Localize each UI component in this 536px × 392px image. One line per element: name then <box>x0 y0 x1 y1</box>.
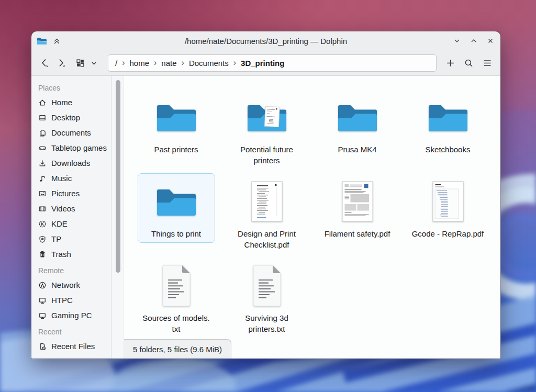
sidebar-item-label: Tabletop games <box>51 143 107 152</box>
minimize-button[interactable] <box>452 36 462 46</box>
documents-icon <box>38 129 47 137</box>
sidebar-item-tp[interactable]: ✱TP <box>31 231 111 247</box>
breadcrumb-segment-nate[interactable]: nate <box>161 59 176 68</box>
folder-icon <box>336 93 379 141</box>
file-item-inner: Gcode - RepRap.pdf <box>409 173 487 243</box>
sidebar-item-kde[interactable]: KKDE <box>31 216 111 231</box>
svg-text:K: K <box>41 221 44 227</box>
sidebar-item-music[interactable]: Music <box>31 171 111 186</box>
file-item-label: Design and PrintChecklist.pdf <box>238 228 296 250</box>
folder-icon <box>154 177 198 226</box>
file-item-inner: Surviving 3dprinters.txt <box>228 257 306 338</box>
sidebar-item-recent-files[interactable]: Recent Files <box>31 339 111 354</box>
network-icon <box>38 281 47 289</box>
double-chevron-up-icon[interactable] <box>52 36 61 46</box>
file-item-potential-future-printers[interactable]: Potential futureprinters <box>221 89 312 170</box>
breadcrumb-separator: › <box>182 59 184 67</box>
sidebar-item-documents[interactable]: Documents <box>31 125 111 140</box>
file-item-inner: Past printers <box>138 89 215 159</box>
breadcrumb-segment-home[interactable]: home <box>130 59 150 68</box>
film-icon <box>38 205 47 213</box>
file-item-label: Sketchbooks <box>426 144 471 155</box>
sidebar-item-videos[interactable]: Videos <box>31 201 111 216</box>
sidebar-item-label: HTPC <box>51 296 73 305</box>
places-panel: PlacesHomeDesktopDocumentsTabletop games… <box>31 76 111 359</box>
sidebar-item-tabletop-games[interactable]: Tabletop games <box>31 140 111 155</box>
forward-icon[interactable] <box>54 55 68 71</box>
file-item-prusa-mk4[interactable]: Prusa MK4 <box>312 89 403 170</box>
file-item-design-and-print-checklist-pdf[interactable]: Design and PrintChecklist.pdf <box>221 173 312 254</box>
gamepad-icon <box>38 144 47 152</box>
sidebar-section-places: Places <box>31 79 111 95</box>
places-scrollbar <box>111 76 124 359</box>
sidebar-item-label: Desktop <box>51 113 80 122</box>
desktop: { "window": { "title": "/home/nate/Docum… <box>0 0 536 392</box>
file-item-label: Gcode - RepRap.pdf <box>412 228 484 239</box>
folder-view[interactable]: Past printers Potential futureprinters P… <box>124 76 500 359</box>
file-item-surviving-3d-printers-txt[interactable]: Surviving 3dprinters.txt <box>221 257 312 338</box>
folder-with-document-icon <box>245 93 289 141</box>
status-bar: 5 folders, 5 files (9.6 MiB) <box>124 339 231 359</box>
toolbar: /›home›nate›Documents›3D_printing <box>31 50 500 76</box>
chevron-down-icon[interactable] <box>88 57 99 69</box>
kde-icon: K <box>38 220 47 228</box>
sidebar-item-trash[interactable]: Trash <box>31 247 111 262</box>
breadcrumb-segment-root[interactable]: / <box>115 59 117 68</box>
sidebar-item-desktop[interactable]: Desktop <box>31 110 111 125</box>
shield-icon: ✱ <box>38 235 47 243</box>
file-item-filament-safety-pdf[interactable]: Filament safety.pdf <box>312 173 403 254</box>
sidebar-item-htpc[interactable]: HTPC <box>31 293 111 308</box>
dolphin-window: /home/nate/Documents/3D_printing — Dolph… <box>31 31 500 359</box>
sidebar-item-downloads[interactable]: Downloads <box>31 155 111 171</box>
breadcrumb-separator: › <box>154 59 157 67</box>
sidebar-section-recent: Recent <box>31 323 111 339</box>
picture-icon <box>38 189 47 198</box>
hamburger-menu-icon[interactable] <box>481 56 494 70</box>
text-file-icon <box>159 262 194 310</box>
file-item-sketchbooks[interactable]: Sketchbooks <box>403 89 493 170</box>
titlebar[interactable]: /home/nate/Documents/3D_printing — Dolph… <box>31 31 500 50</box>
recent-file-icon <box>38 342 47 351</box>
file-item-label: Potential futureprinters <box>240 144 293 166</box>
sidebar-section-remote: Remote <box>31 262 111 277</box>
file-item-gcode-reprap-pdf[interactable]: Gcode - RepRap.pdf <box>403 173 493 254</box>
scrollbar-thumb[interactable] <box>116 80 120 273</box>
file-item-label: Things to print <box>151 228 201 239</box>
window-title: /home/nate/Documents/3D_printing — Dolph… <box>31 37 500 46</box>
folder-icon <box>426 93 470 141</box>
file-item-inner: Things to print <box>138 173 215 243</box>
sidebar-item-label: Trash <box>51 250 71 259</box>
desktop-icon <box>38 114 47 122</box>
monitor-icon <box>38 311 47 320</box>
file-item-label: Surviving 3dprinters.txt <box>245 312 288 334</box>
file-item-past-printers[interactable]: Past printers <box>131 89 221 170</box>
sidebar-item-pictures[interactable]: Pictures <box>31 186 111 201</box>
sidebar-item-network[interactable]: Network <box>31 277 111 293</box>
sidebar-item-home[interactable]: Home <box>31 95 111 110</box>
music-note-icon <box>38 174 47 183</box>
trash-icon <box>38 250 47 259</box>
breadcrumb-segment-documents[interactable]: Documents <box>189 59 229 68</box>
file-item-label: Prusa MK4 <box>338 144 376 155</box>
file-item-label: Filament safety.pdf <box>325 228 390 239</box>
sidebar-item-gaming-pc[interactable]: Gaming PC <box>31 308 111 323</box>
pdf-preview-icon <box>341 177 374 226</box>
maximize-button[interactable] <box>469 36 478 46</box>
breadcrumb-segment-3d-printing[interactable]: 3D_printing <box>241 59 284 68</box>
close-button[interactable] <box>486 36 495 46</box>
back-icon[interactable] <box>38 55 52 71</box>
main-area: PlacesHomeDesktopDocumentsTabletop games… <box>31 76 500 359</box>
file-item-things-to-print[interactable]: Things to print <box>131 173 221 254</box>
file-item-inner: Sources of models.txt <box>138 257 215 338</box>
split-add-icon[interactable] <box>444 56 457 70</box>
view-mode-grid-icon[interactable] <box>74 57 86 70</box>
sidebar-item-label: KDE <box>51 219 68 228</box>
svg-text:✱: ✱ <box>41 237 44 241</box>
pdf-preview-icon <box>431 177 465 226</box>
breadcrumb: /›home›nate›Documents›3D_printing <box>108 54 437 72</box>
sidebar-item-label: Videos <box>51 204 75 213</box>
search-icon[interactable] <box>462 56 475 70</box>
sidebar-item-label: Network <box>51 281 80 289</box>
file-grid-row: Past printers Potential futureprinters P… <box>131 89 493 173</box>
file-item-sources-of-models-txt[interactable]: Sources of models.txt <box>131 257 221 338</box>
